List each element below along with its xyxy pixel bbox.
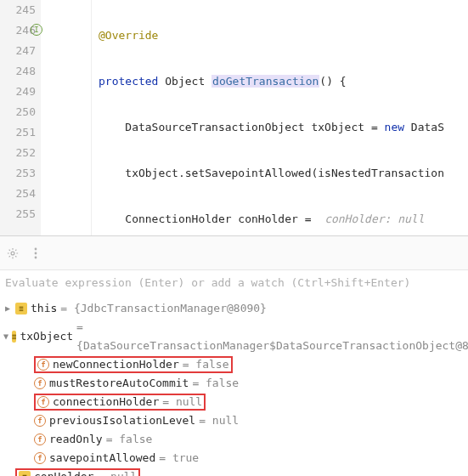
more-icon[interactable] [31, 247, 41, 259]
variable-connectionholder[interactable]: ▶ f connectionHolder = null [0, 393, 468, 411]
object-icon: ≡ [15, 303, 27, 314]
variable-mustrestoreautocommit[interactable]: ▶ f mustRestoreAutoCommit = false [0, 374, 468, 393]
code-line[interactable]: ConnectionHolder conHolder = conHolder: … [92, 209, 468, 230]
code-editor: 245 246 I 247 248 249 250 251 252 253 25… [0, 0, 468, 236]
object-icon: ≡ [19, 471, 31, 476]
gutter-line: 248 [0, 61, 36, 82]
variables-tree[interactable]: ▶ ≡ this = {JdbcTransactionManager@8090}… [0, 296, 468, 476]
code-line[interactable]: txObject.setSavepointAllowed(isNestedTra… [92, 163, 468, 184]
chevron-down-icon[interactable]: ▼ [3, 327, 8, 346]
code-line[interactable]: protected Object doGetTransaction() { [92, 71, 468, 92]
svg-point-0 [11, 252, 14, 255]
svg-point-1 [35, 247, 37, 250]
evaluate-expression-input[interactable]: Evaluate expression (Enter) or add a wat… [0, 270, 468, 296]
line-gutter: 245 246 I 247 248 249 250 251 252 253 25… [0, 0, 41, 235]
field-icon: f [37, 359, 49, 371]
gutter-line: 246 I [0, 20, 36, 41]
settings-icon[interactable] [7, 247, 19, 259]
gutter-line: 247 [0, 41, 36, 61]
field-icon: f [34, 377, 46, 389]
code-area[interactable]: @Override protected Object doGetTransact… [92, 0, 468, 235]
variable-savepointallowed[interactable]: ▶ f savepointAllowed = true [0, 449, 468, 468]
inline-hint: conHolder: null [324, 212, 424, 225]
code-margin [41, 0, 92, 235]
highlight-box: f newConnectionHolder = false [34, 356, 233, 373]
variable-conholder[interactable]: ▶ ≡ conHolder = null [0, 468, 468, 476]
variable-this[interactable]: ▶ ≡ this = {JdbcTransactionManager@8090} [0, 299, 468, 318]
field-icon: f [34, 434, 46, 445]
variable-readonly[interactable]: ▶ f readOnly = false [0, 430, 468, 449]
gutter-line: 253 [0, 163, 36, 184]
highlight-box: ≡ conHolder = null [15, 468, 140, 476]
variable-newconnectionholder[interactable]: ▶ f newConnectionHolder = false [0, 355, 468, 374]
gutter-line: 245 [0, 0, 36, 20]
object-icon: ≡ [12, 331, 16, 343]
variable-txobject[interactable]: ▼ ≡ txObject = {DataSourceTransactionMan… [0, 318, 468, 355]
gutter-line: 251 [0, 122, 36, 143]
field-icon: f [34, 452, 46, 464]
gutter-line: 250 [0, 102, 36, 122]
code-line[interactable]: DataSourceTransactionObject txObject = n… [92, 117, 468, 138]
debug-toolbar [0, 236, 468, 270]
gutter-line: 255 [0, 204, 36, 224]
gutter-line: 252 [0, 143, 36, 163]
field-icon: f [34, 415, 46, 427]
variable-previousisolationlevel[interactable]: ▶ f previousIsolationLevel = null [0, 411, 468, 430]
highlight-box: f connectionHolder = null [34, 394, 206, 411]
code-line[interactable]: @Override [92, 26, 468, 46]
gutter-line: 249 [0, 82, 36, 102]
field-icon: f [37, 396, 49, 408]
svg-point-3 [35, 256, 37, 258]
chevron-right-icon[interactable]: ▶ [3, 299, 12, 318]
gutter-line: 254 [0, 184, 36, 204]
svg-point-2 [35, 252, 37, 254]
override-gutter-icon[interactable]: I [31, 24, 42, 36]
